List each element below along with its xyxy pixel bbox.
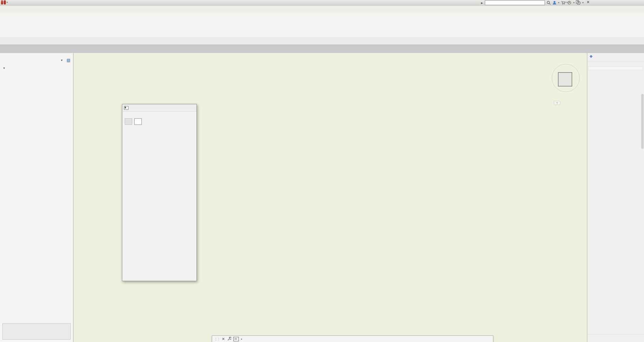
minimize-button[interactable]: ─	[565, 0, 568, 4]
search-input[interactable]	[485, 0, 545, 5]
legend-dialog-titlebar[interactable]	[122, 104, 196, 111]
search-icon[interactable]	[547, 1, 551, 5]
close-button[interactable]: ✕	[587, 0, 590, 4]
scrollbar[interactable]	[641, 94, 644, 149]
document-tab-bar	[0, 44, 644, 53]
tool-palette: ❖	[587, 53, 644, 342]
legend-dialog[interactable]	[122, 104, 197, 281]
palette-icon: ❖	[589, 54, 593, 59]
viewcube-top-face[interactable]	[558, 72, 572, 87]
camera-name-dropdown[interactable]: ▽	[554, 101, 560, 105]
command-line[interactable]: ⋮⋮ ✕ ▾	[212, 336, 493, 342]
properties-filter-dropdown[interactable]: ▼ ▤	[2, 57, 70, 63]
application-window: ▾ ▸ ▾ ▾ ? ▾ ─ ❐ ✕	[0, 0, 644, 342]
workspace: ▼ ▤ ▼ ▽	[0, 53, 644, 342]
app-menu-button[interactable]: ▾	[1, 0, 8, 4]
table-icon[interactable]: ▤	[67, 58, 70, 63]
window-controls: ─ ❐ ✕	[565, 0, 590, 4]
app-logo2-icon	[4, 0, 6, 4]
legend-subtitle	[122, 111, 196, 114]
apply-button[interactable]	[125, 118, 132, 125]
close-icon[interactable]: ✕	[222, 337, 225, 341]
properties-footer-box	[2, 323, 71, 340]
ribbon-tab-bar	[0, 6, 644, 13]
palette-statusbar	[587, 334, 644, 342]
chevron-down-icon: ▾	[241, 338, 242, 341]
chevron-down-icon: ▾	[6, 1, 8, 4]
section-subtabs	[587, 64, 644, 66]
tool-palette-title: ❖	[587, 53, 644, 60]
view-cube[interactable]: ▽	[545, 60, 586, 108]
collapse-icon[interactable]: ▸	[481, 1, 483, 5]
app-logo-icon	[1, 0, 3, 4]
reset-button[interactable]	[134, 118, 142, 125]
chevron-down-icon: ▼	[60, 59, 63, 62]
customize-wrench-icon[interactable]	[227, 337, 231, 341]
chevron-down-icon: ▼	[3, 67, 5, 70]
drawing-viewport[interactable]: ▽ ⋮⋮	[73, 53, 587, 342]
ribbon	[0, 13, 644, 38]
legend-entry-list	[122, 127, 196, 128]
restore-button[interactable]: ❐	[576, 0, 579, 4]
cart-icon[interactable]	[561, 1, 565, 5]
tool-item-list	[588, 66, 643, 70]
title-bar: ▾ ▸ ▾ ▾ ? ▾ ─ ❐ ✕	[0, 0, 644, 6]
recent-commands-icon[interactable]	[233, 337, 239, 341]
properties-class-dropdown[interactable]: ▼	[2, 65, 70, 71]
legend-buttons	[122, 116, 196, 127]
properties-palette: ▼ ▤ ▼	[0, 53, 73, 342]
quick-access-toolbar	[0, 37, 644, 45]
legend-dialog-icon	[124, 106, 128, 110]
tool-palette-tabs	[587, 60, 644, 62]
drag-grip-icon[interactable]: ⋮⋮	[214, 337, 220, 341]
sign-in-icon[interactable]	[552, 1, 557, 5]
chevron-down-icon[interactable]: ▾	[558, 1, 560, 4]
